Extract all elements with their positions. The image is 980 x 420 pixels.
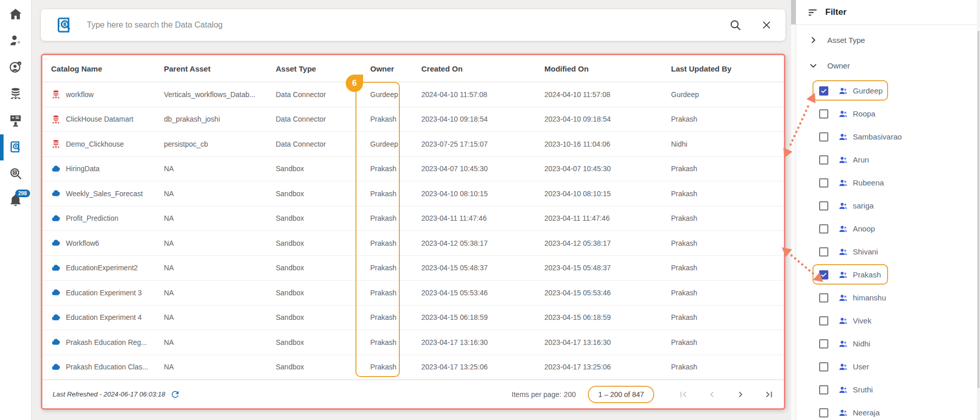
filter-title: Filter — [825, 7, 847, 17]
owner-filter-user[interactable]: User — [796, 355, 980, 378]
table-row[interactable]: Workflow6NASandboxPrakash2023-04-12 05:3… — [42, 231, 784, 256]
filter-scrollbar-thumb[interactable] — [977, 31, 979, 388]
parent-asset: NA — [164, 165, 276, 173]
owner-filter-sariga[interactable]: sariga — [796, 194, 980, 217]
owner-checkbox[interactable] — [819, 362, 828, 371]
sidebar-item-data-catalog[interactable] — [0, 136, 32, 159]
asset-type: Sandbox — [276, 264, 370, 272]
cloud-icon — [51, 189, 61, 198]
created-on: 2024-04-10 11:57:08 — [421, 90, 544, 99]
table-row[interactable]: Demo_Clickhousepersistpoc_cbData Connect… — [42, 132, 784, 157]
owner-checkbox[interactable] — [819, 109, 828, 119]
main-scrollbar[interactable] — [791, 0, 796, 420]
sidebar-item-search-explore[interactable] — [0, 162, 32, 186]
items-per-page-value[interactable]: 200 — [564, 390, 576, 399]
owner-checkbox[interactable] — [819, 247, 828, 256]
table-row[interactable]: ClickHouse Datamartdb_prakash_joshiData … — [42, 107, 784, 132]
sidebar-item-user-management[interactable] — [0, 30, 32, 53]
table-row[interactable]: Prakash Education Reg...NASandboxPrakash… — [42, 330, 784, 355]
filter-scrollbar[interactable] — [977, 0, 980, 420]
owner-checkbox[interactable] — [819, 201, 828, 211]
catalog-name: Prakash Education Reg... — [66, 338, 147, 346]
owner: Prakash — [370, 313, 421, 321]
owner-checkbox[interactable] — [819, 385, 828, 394]
owner-filter-nidhi[interactable]: Nidhi — [796, 332, 980, 355]
table-row[interactable]: workflowVerticals_workflows_Datab...Data… — [42, 82, 784, 107]
parent-asset: NA — [164, 190, 276, 198]
column-header: Parent Asset — [164, 64, 276, 73]
modified-on: 2023-04-10 08:10:15 — [544, 190, 671, 198]
table-row[interactable]: Prakash Education Clas...NASandboxPrakas… — [42, 355, 784, 380]
filter-panel: Filter Asset TypeOwner GurdeepRoopaSamba… — [796, 0, 980, 420]
catalog-name: Demo_Clickhouse — [66, 140, 124, 148]
owner-filter-anoop[interactable]: Anoop — [796, 217, 980, 240]
owner-name: Anoop — [853, 224, 875, 233]
owner: Prakash — [370, 239, 421, 247]
last-updated-by: Gurdeep — [671, 90, 784, 99]
sidebar-item-training[interactable] — [0, 109, 32, 133]
created-on: 2023-04-17 13:25:06 — [421, 363, 544, 371]
owner-name: Prakash — [853, 270, 881, 279]
owner-name: Nidhi — [853, 339, 870, 348]
owner-filter-rubeena[interactable]: Rubeena — [796, 171, 980, 194]
owner-checkbox[interactable] — [819, 293, 828, 302]
owner-checkbox[interactable] — [819, 224, 828, 234]
table-row[interactable]: Weekly_Sales_ForecastNASandboxPrakash202… — [42, 181, 784, 206]
owner-filter-sambasivarao[interactable]: Sambasivarao — [796, 125, 980, 148]
close-icon[interactable] — [761, 19, 772, 31]
sidebar-item-user-activity[interactable] — [0, 56, 32, 80]
database-icon — [51, 89, 61, 99]
owner-checkbox[interactable] — [819, 86, 828, 96]
previous-page-button[interactable] — [706, 389, 718, 400]
owner-filter-shivani[interactable]: Shivani — [796, 240, 980, 263]
owner-filter-himanshu[interactable]: himanshu — [796, 286, 980, 309]
owner-filter-neeraja[interactable]: Neeraja — [796, 401, 980, 420]
refresh-icon[interactable] — [170, 389, 180, 400]
main-scrollbar-thumb[interactable] — [791, 0, 796, 25]
owner-filter-roopa[interactable]: Roopa — [796, 102, 980, 125]
search-icon[interactable] — [729, 19, 742, 31]
owner-filter-sruthi[interactable]: Sruthi — [796, 378, 980, 401]
cloud-icon — [51, 263, 61, 273]
filter-section-asset-type[interactable]: Asset Type — [796, 30, 980, 50]
table-row[interactable]: HiringDataNASandboxPrakash2023-04-07 10:… — [42, 157, 784, 182]
owner-filter-prakash[interactable]: Prakash — [796, 263, 980, 286]
table-row[interactable]: Profit_PredictionNASandboxPrakash2023-04… — [42, 206, 784, 231]
table-row[interactable]: EducationExperiment2NASandboxPrakash2023… — [42, 256, 784, 281]
sidebar-item-notifications[interactable]: 298 — [0, 189, 32, 213]
owner-checkbox[interactable] — [819, 339, 828, 348]
modified-on: 2024-04-10 11:57:08 — [544, 90, 671, 99]
people-icon — [838, 316, 848, 326]
owner-checkbox[interactable] — [819, 270, 828, 279]
owner-name: Shivani — [853, 247, 878, 256]
owner-checkbox[interactable] — [819, 132, 828, 142]
owner-checkbox[interactable] — [819, 408, 828, 417]
owner: Prakash — [370, 363, 421, 371]
sidebar-item-home[interactable] — [0, 3, 32, 27]
owner-checkbox[interactable] — [819, 155, 828, 165]
last-page-button[interactable] — [763, 389, 775, 400]
owner-filter-vivek[interactable]: Vivek — [796, 309, 980, 332]
next-page-button[interactable] — [735, 389, 746, 400]
table-row[interactable]: Education Experiment 3NASandboxPrakash20… — [42, 281, 784, 306]
owner-name: Neeraja — [853, 408, 880, 417]
owner-checkbox[interactable] — [819, 178, 828, 188]
table-row[interactable]: Education Experiment 4NASandboxPrakash20… — [42, 306, 784, 331]
asset-type: Sandbox — [276, 338, 370, 346]
parent-asset: db_prakash_joshi — [164, 115, 276, 123]
search-input[interactable] — [87, 20, 729, 30]
filter-section-owner[interactable]: Owner — [796, 55, 980, 76]
asset-type: Sandbox — [276, 190, 370, 198]
owner-filter-list: GurdeepRoopaSambasivaraoArunRubeenasarig… — [796, 79, 980, 420]
created-on: 2023-04-15 06:18:59 — [421, 313, 544, 321]
owner-name: Vivek — [853, 316, 871, 325]
first-page-button[interactable] — [678, 389, 689, 400]
owner-filter-arun[interactable]: Arun — [796, 148, 980, 171]
owner-checkbox[interactable] — [819, 316, 828, 325]
sidebar-item-data-sources[interactable] — [0, 83, 32, 106]
owner-filter-gurdeep[interactable]: Gurdeep — [796, 79, 980, 102]
catalog-name: ClickHouse Datamart — [66, 115, 133, 123]
people-icon — [838, 293, 848, 303]
owner-name: sariga — [853, 201, 874, 210]
last-updated-by: Prakash — [671, 363, 784, 371]
